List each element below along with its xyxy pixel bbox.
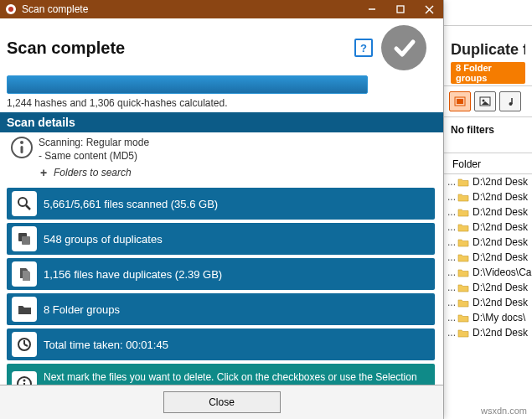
scan-mode-line2: - Same content (MD5) xyxy=(39,149,149,163)
svg-point-12 xyxy=(20,141,23,144)
minimize-button[interactable] xyxy=(358,0,386,18)
ellipsis-icon: ... xyxy=(447,236,456,248)
folder-icon xyxy=(457,192,469,202)
ellipsis-icon: ... xyxy=(447,221,456,233)
titlebar: Scan complete xyxy=(0,0,443,18)
stat-groups-text: 548 groups of duplicates xyxy=(44,233,163,246)
plus-icon[interactable]: + xyxy=(37,166,50,179)
bg-title: Duplicate folders xyxy=(451,41,525,59)
folder-path: D:\2nd Desk xyxy=(473,191,528,203)
scan-complete-dialog: Scan complete Scan complete ? 1,244 hash… xyxy=(0,0,443,419)
ellipsis-icon: ... xyxy=(447,312,456,323)
folder-icon xyxy=(12,297,37,322)
folder-icon xyxy=(457,267,469,277)
maximize-button[interactable] xyxy=(386,0,415,18)
svg-line-20 xyxy=(24,344,28,346)
svg-point-22 xyxy=(23,380,26,382)
folder-icon xyxy=(457,222,469,232)
svg-rect-8 xyxy=(397,6,404,13)
filter-images-button[interactable] xyxy=(474,91,496,111)
svg-rect-1 xyxy=(457,99,463,104)
stat-folders-text: 8 Folder groups xyxy=(44,303,120,316)
svg-point-4 xyxy=(509,102,513,106)
folder-icon xyxy=(457,252,469,262)
stat-groups: 548 groups of duplicates xyxy=(7,223,435,255)
folder-icon xyxy=(457,207,469,217)
table-row[interactable]: ...D:\Videos\Ca xyxy=(444,265,532,280)
duplicates-icon xyxy=(12,261,37,287)
svg-point-14 xyxy=(18,198,27,206)
stat-time-text: Total time taken: 00:01:45 xyxy=(44,339,168,351)
folder-path: D:\Videos\Ca xyxy=(473,266,531,278)
clock-icon xyxy=(12,332,37,357)
stat-scanned: 5,661/5,661 files scanned (35.6 GB) xyxy=(7,188,435,220)
groups-icon xyxy=(12,226,37,251)
watermark: wsxdn.com xyxy=(481,406,527,416)
background-window: Duplicate folders 8 Folder groups No fil… xyxy=(443,0,532,419)
no-filters-label: No filters xyxy=(444,117,532,153)
svg-line-15 xyxy=(26,205,30,210)
folder-icon xyxy=(457,282,469,292)
folders-to-search-label[interactable]: Folders to search xyxy=(54,167,132,178)
svg-point-3 xyxy=(483,100,485,102)
table-row[interactable]: ...D:\2nd Desk xyxy=(444,250,532,265)
folder-icon xyxy=(457,297,469,308)
folder-column-header[interactable]: Folder xyxy=(444,153,532,174)
dialog-footer: Close xyxy=(0,385,443,419)
folder-path: D:\2nd Desk xyxy=(473,251,528,263)
stat-time: Total time taken: 00:01:45 xyxy=(7,328,435,360)
folder-path: D:\2nd Desk xyxy=(473,282,528,293)
ellipsis-icon: ... xyxy=(447,206,456,218)
ellipsis-icon: ... xyxy=(447,327,456,339)
table-row[interactable]: ...D:\My docs\ xyxy=(444,310,532,325)
svg-rect-17 xyxy=(22,236,30,245)
svg-rect-13 xyxy=(21,146,23,153)
filter-all-button[interactable] xyxy=(449,91,471,111)
folder-icon xyxy=(457,313,469,323)
table-row[interactable]: ...D:\2nd Desk xyxy=(444,189,532,204)
page-title: Scan complete xyxy=(7,39,354,58)
search-icon xyxy=(12,191,37,216)
progress-bar xyxy=(7,75,368,94)
folder-icon xyxy=(457,237,469,247)
complete-check-icon xyxy=(381,25,426,70)
hash-summary: 1,244 hashes and 1,306 quick-hashes calc… xyxy=(7,97,435,109)
scan-mode-line1: Scanning: Regular mode xyxy=(39,136,149,149)
folder-path: D:\2nd Desk xyxy=(473,206,528,218)
scan-details-header: Scan details xyxy=(0,112,443,132)
titlebar-title: Scan complete xyxy=(22,3,358,15)
info-icon xyxy=(10,136,34,159)
stat-scanned-text: 5,661/5,661 files scanned (35.6 GB) xyxy=(44,198,218,210)
close-window-button[interactable] xyxy=(415,0,443,18)
stat-dups: 1,156 files have duplicates (2.39 GB) xyxy=(7,258,435,290)
ellipsis-icon: ... xyxy=(447,266,456,278)
table-row[interactable]: ...D:\2nd Desk xyxy=(444,204,532,220)
filter-music-button[interactable] xyxy=(499,91,521,111)
folder-list: ...D:\2nd Desk...D:\2nd Desk...D:\2nd De… xyxy=(444,174,532,340)
ellipsis-icon: ... xyxy=(447,297,456,308)
bg-header: Duplicate folders 8 Folder groups xyxy=(444,26,532,86)
close-button[interactable]: Close xyxy=(163,391,281,413)
table-row[interactable]: ...D:\2nd Desk xyxy=(444,174,532,189)
folder-path: D:\2nd Desk xyxy=(473,176,528,188)
folder-path: D:\2nd Desk xyxy=(473,297,528,308)
help-button[interactable]: ? xyxy=(354,39,373,57)
folder-path: D:\My docs\ xyxy=(473,312,525,323)
stat-folders: 8 Folder groups xyxy=(7,293,435,325)
table-row[interactable]: ...D:\2nd Desk xyxy=(444,295,532,310)
bg-topbar xyxy=(444,0,532,26)
folder-groups-badge: 8 Folder groups xyxy=(451,62,525,84)
table-row[interactable]: ...D:\2nd Desk xyxy=(444,235,532,250)
svg-point-6 xyxy=(8,7,13,12)
stat-dups-text: 1,156 files have duplicates (2.39 GB) xyxy=(44,268,222,281)
ellipsis-icon: ... xyxy=(447,251,456,263)
ellipsis-icon: ... xyxy=(447,176,456,188)
folder-icon xyxy=(457,328,469,338)
table-row[interactable]: ...D:\2nd Desk xyxy=(444,220,532,235)
folder-path: D:\2nd Desk xyxy=(473,236,528,248)
folder-path: D:\2nd Desk xyxy=(473,327,528,339)
ellipsis-icon: ... xyxy=(447,282,456,293)
app-icon xyxy=(3,2,18,17)
table-row[interactable]: ...D:\2nd Desk xyxy=(444,280,532,295)
table-row[interactable]: ...D:\2nd Desk xyxy=(444,325,532,340)
